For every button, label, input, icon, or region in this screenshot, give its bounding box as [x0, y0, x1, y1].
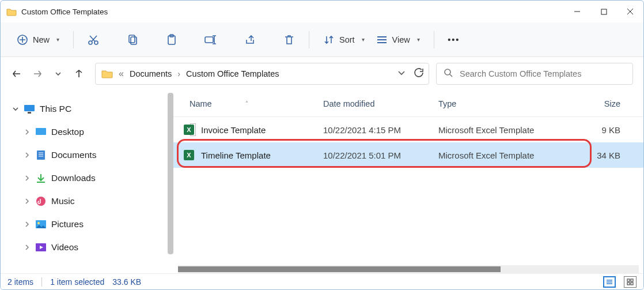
- plus-circle-icon: [17, 34, 28, 46]
- video-icon: [35, 242, 47, 253]
- tree-item-pictures[interactable]: Pictures: [1, 213, 173, 236]
- svg-rect-40: [627, 279, 630, 281]
- divider: [434, 31, 434, 48]
- divider: [73, 31, 74, 48]
- share-button[interactable]: [238, 31, 262, 49]
- refresh-button[interactable]: [414, 67, 424, 80]
- paste-button[interactable]: [160, 31, 183, 49]
- svg-rect-28: [37, 150, 45, 160]
- tree-label: Pictures: [51, 219, 84, 229]
- main-area: This PC Desktop Documents Downloads Musi: [1, 91, 643, 273]
- svg-rect-15: [205, 37, 213, 43]
- chevron-right-icon[interactable]: [24, 198, 31, 205]
- new-button[interactable]: New ▾: [11, 31, 65, 49]
- chevron-down-icon[interactable]: [12, 106, 19, 112]
- recent-locations-button[interactable]: [52, 68, 64, 80]
- delete-button[interactable]: [278, 31, 301, 49]
- chevron-right-icon: ›: [177, 69, 180, 78]
- title-bar: Custom Office Templates: [1, 1, 643, 22]
- download-icon: [35, 173, 47, 183]
- cut-button[interactable]: [82, 31, 105, 49]
- column-label: Name: [190, 99, 212, 108]
- window-title: Custom Office Templates: [21, 7, 564, 16]
- status-bar: 2 items 1 item selected 33.6 KB: [1, 273, 643, 289]
- breadcrumb-overflow[interactable]: «: [119, 69, 124, 79]
- rename-button[interactable]: [199, 31, 222, 49]
- horizontal-scrollbar[interactable]: [178, 265, 639, 273]
- desktop-icon: [35, 127, 47, 137]
- chevron-right-icon[interactable]: [24, 175, 31, 182]
- close-button[interactable]: [617, 1, 643, 22]
- toolbar: New ▾ Sort ▾ View ▾ •••: [1, 22, 643, 57]
- file-list: Name ˄ Date modified Type Size X Invoice…: [173, 91, 643, 273]
- copy-button[interactable]: [121, 31, 144, 49]
- tree-item-documents[interactable]: Documents: [1, 144, 173, 167]
- tree-label: Downloads: [51, 173, 96, 183]
- column-label: Date modified: [323, 99, 374, 108]
- back-button[interactable]: [11, 68, 22, 80]
- chevron-down-icon: ▾: [362, 36, 365, 43]
- chevron-down-icon: ▾: [417, 36, 420, 43]
- up-button[interactable]: [73, 68, 85, 80]
- forward-button[interactable]: [32, 68, 43, 80]
- chevron-down-icon: ▾: [56, 36, 59, 43]
- svg-rect-26: [28, 112, 31, 114]
- search-box[interactable]: [436, 63, 633, 85]
- address-history-button[interactable]: [397, 69, 406, 79]
- column-size[interactable]: Size: [571, 99, 631, 108]
- breadcrumb: Documents › Custom Office Templates: [130, 69, 392, 78]
- tree-item-this-pc[interactable]: This PC: [1, 97, 173, 120]
- new-label: New: [33, 35, 50, 44]
- svg-point-23: [445, 69, 450, 75]
- file-row[interactable]: X Timeline Template 10/22/2021 5:01 PM M…: [173, 142, 643, 168]
- file-date: 10/22/2021 5:01 PM: [323, 150, 438, 160]
- thumbnails-view-button[interactable]: [624, 276, 637, 288]
- breadcrumb-item[interactable]: Documents: [130, 69, 172, 78]
- svg-rect-41: [631, 279, 633, 281]
- svg-point-33: [36, 197, 46, 206]
- chevron-right-icon[interactable]: [24, 244, 31, 251]
- svg-line-24: [450, 74, 452, 77]
- details-view-button[interactable]: [603, 276, 616, 288]
- folder-icon: [6, 7, 17, 16]
- status-selection-size: 33.6 KB: [112, 277, 141, 287]
- chevron-right-icon[interactable]: [24, 129, 31, 135]
- tree-label: Videos: [51, 242, 78, 253]
- column-date[interactable]: Date modified: [323, 99, 438, 108]
- sort-icon: [323, 34, 335, 46]
- tree-label: This PC: [40, 104, 71, 114]
- more-button[interactable]: •••: [442, 31, 465, 49]
- nav-row: « Documents › Custom Office Templates: [1, 57, 643, 91]
- clipboard-icon: [166, 34, 177, 46]
- share-icon: [244, 34, 256, 46]
- maximize-button[interactable]: [590, 1, 617, 22]
- svg-rect-42: [627, 283, 630, 285]
- file-row[interactable]: X Invoice Template 10/22/2021 4:15 PM Mi…: [173, 117, 643, 142]
- tree-item-videos[interactable]: Videos: [1, 236, 173, 259]
- svg-rect-12: [131, 37, 137, 44]
- sort-button[interactable]: Sort ▾: [317, 31, 370, 49]
- chevron-right-icon[interactable]: [24, 152, 31, 159]
- scissors-icon: [88, 34, 99, 46]
- copy-icon: [127, 34, 138, 46]
- column-label: Size: [604, 99, 620, 108]
- chevron-right-icon[interactable]: [24, 221, 31, 228]
- view-button[interactable]: View ▾: [370, 31, 426, 49]
- file-size: 34 KB: [571, 150, 631, 160]
- minimize-button[interactable]: [564, 1, 590, 22]
- tree-item-downloads[interactable]: Downloads: [1, 167, 173, 190]
- tree-item-music[interactable]: Music: [1, 190, 173, 213]
- search-icon: [444, 68, 453, 80]
- address-bar[interactable]: « Documents › Custom Office Templates: [95, 63, 429, 85]
- file-size: 9 KB: [571, 125, 631, 135]
- folder-icon: [101, 69, 113, 78]
- tree-item-desktop[interactable]: Desktop: [1, 120, 173, 144]
- ellipsis-icon: •••: [448, 34, 460, 46]
- breadcrumb-item[interactable]: Custom Office Templates: [186, 69, 279, 78]
- pictures-icon: [35, 219, 47, 229]
- window-controls: [564, 1, 643, 22]
- column-name[interactable]: Name ˄: [173, 99, 323, 108]
- column-type[interactable]: Type: [438, 99, 571, 108]
- search-input[interactable]: [460, 69, 626, 78]
- vertical-scrollbar[interactable]: [168, 93, 173, 254]
